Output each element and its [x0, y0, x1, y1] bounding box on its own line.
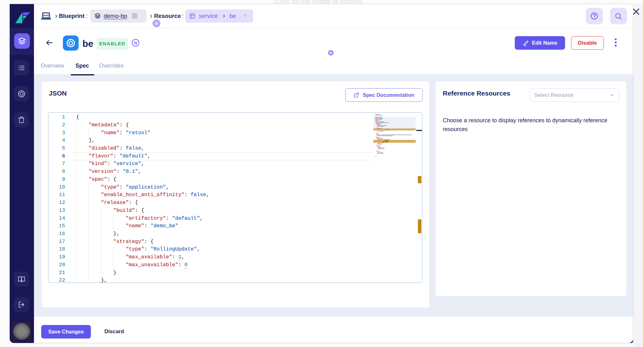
svg-text:DEMO: DEMO — [43, 14, 49, 16]
